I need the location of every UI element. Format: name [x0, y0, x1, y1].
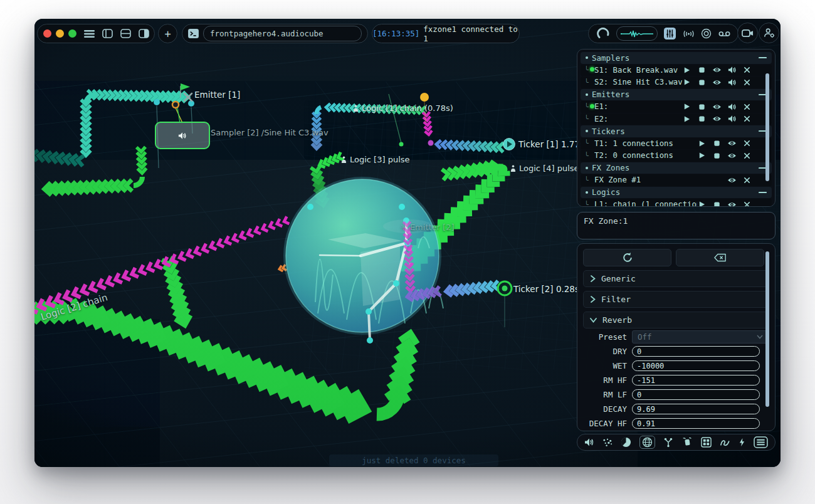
sliders-icon[interactable]: [664, 28, 676, 39]
logic-3-label[interactable]: Logic [3] pulse: [341, 155, 410, 164]
fx-section-filter[interactable]: Filter: [583, 291, 769, 308]
eye-icon[interactable]: [712, 103, 722, 110]
list-button-icon[interactable]: [754, 436, 768, 448]
logic-4-label[interactable]: Logic [4] pulse: [510, 164, 579, 173]
stop-icon[interactable]: [697, 66, 707, 73]
preset-select[interactable]: Off: [632, 330, 769, 344]
device-row[interactable]: ╰L1: chain (1 connections): [581, 199, 772, 207]
add-button[interactable]: +: [158, 24, 177, 43]
section-header-samplers[interactable]: Samplers: [581, 52, 772, 64]
close-icon[interactable]: [742, 79, 752, 86]
squiggle-icon[interactable]: [720, 438, 730, 447]
collapse-section-button[interactable]: [759, 191, 767, 194]
speaker-icon[interactable]: [727, 78, 737, 87]
contrast-icon[interactable]: [621, 437, 631, 448]
stop-icon[interactable]: [697, 79, 707, 86]
layout-left-icon[interactable]: [102, 29, 113, 38]
speaker-icon[interactable]: [727, 115, 737, 123]
sampler-speaker-box[interactable]: [155, 122, 210, 149]
play-icon[interactable]: [697, 152, 707, 159]
field-input-rm-hf[interactable]: [632, 375, 760, 386]
field-input-dry[interactable]: [632, 346, 760, 357]
device-row[interactable]: ╰T1: 1 connections: [581, 138, 772, 150]
field-input-decay-hf[interactable]: [632, 418, 760, 429]
play-icon[interactable]: [682, 66, 691, 74]
close-icon[interactable]: [742, 140, 752, 147]
section-header-logics[interactable]: Logics: [581, 187, 772, 199]
refresh-button[interactable]: [583, 249, 671, 266]
user-settings-button[interactable]: [759, 23, 779, 43]
hamburger-menu-icon[interactable]: [84, 29, 95, 38]
close-window-button[interactable]: [43, 29, 51, 38]
play-icon[interactable]: [682, 115, 691, 123]
field-input-decay[interactable]: [632, 404, 760, 414]
fx-panel-scrollbar[interactable]: [765, 251, 769, 407]
eye-icon[interactable]: [712, 79, 722, 86]
sampler-2-label[interactable]: Sampler [2] /Sine Hit C3.wav: [211, 128, 329, 137]
node-tree-icon[interactable]: [663, 437, 673, 448]
particles-icon[interactable]: [602, 438, 613, 447]
close-icon[interactable]: [742, 152, 752, 159]
ticker-1-label[interactable]: Ticker [1] 1.77s: [518, 139, 584, 149]
minimize-window-button[interactable]: [56, 29, 64, 38]
logic-1-label[interactable]: Logic [1] chain (0.78s): [353, 103, 453, 113]
stop-icon[interactable]: [712, 152, 722, 159]
eye-icon[interactable]: [712, 115, 722, 122]
device-row[interactable]: ╰S2: Sine Hit C3.wav: [581, 76, 772, 88]
close-icon[interactable]: [742, 103, 752, 110]
filename-field[interactable]: frontpagehero4.audiocube: [203, 26, 362, 41]
haptic-icon[interactable]: [681, 437, 693, 448]
field-input-rm-lf[interactable]: [632, 389, 760, 400]
device-row[interactable]: ╰E1:: [581, 101, 772, 113]
speaker-icon[interactable]: [727, 103, 737, 111]
close-icon[interactable]: [742, 177, 752, 184]
broadcast-icon[interactable]: [683, 30, 695, 38]
grid-apps-icon[interactable]: [701, 437, 712, 448]
speaker-icon[interactable]: [584, 438, 594, 447]
speaker-icon[interactable]: [727, 66, 737, 74]
stop-icon[interactable]: [697, 115, 707, 122]
close-icon[interactable]: [742, 115, 752, 122]
play-icon[interactable]: [682, 103, 691, 110]
voicemail-icon[interactable]: [718, 30, 730, 38]
eye-icon[interactable]: [727, 140, 737, 147]
target-icon[interactable]: [701, 28, 712, 39]
section-header-tickers[interactable]: Tickers: [581, 125, 772, 137]
stop-icon[interactable]: [697, 103, 707, 110]
fx-section-reverb[interactable]: Reverb: [583, 312, 769, 328]
stop-icon[interactable]: [712, 201, 722, 207]
fx-section-generic[interactable]: Generic: [583, 270, 769, 287]
eye-icon[interactable]: [712, 66, 722, 73]
play-icon[interactable]: [697, 201, 707, 207]
emitter-1-label[interactable]: Emitter [1]: [194, 90, 240, 100]
eye-icon[interactable]: [727, 177, 737, 184]
eye-icon[interactable]: [727, 152, 737, 159]
eye-icon[interactable]: [727, 201, 737, 207]
close-icon[interactable]: [742, 201, 752, 207]
zoom-window-button[interactable]: [68, 29, 76, 38]
device-row[interactable]: ╰S1: Back Break.wav: [581, 65, 772, 76]
ticker-2-label[interactable]: Ticker [2] 0.28s: [513, 284, 579, 294]
device-row[interactable]: ╰T2: 0 connections: [581, 150, 772, 162]
emitter-2-label[interactable]: ✳Emitter [2]: [400, 223, 454, 232]
stop-icon[interactable]: [712, 140, 722, 147]
layout-right-icon[interactable]: [139, 29, 149, 38]
device-row[interactable]: ╰E2:: [581, 113, 772, 125]
play-icon[interactable]: [697, 140, 707, 147]
section-header-fx-zones[interactable]: FX Zones: [581, 162, 772, 174]
bolt-icon[interactable]: [739, 438, 745, 447]
device-row[interactable]: ╰FX Zone #1: [581, 174, 772, 186]
section-header-emitters[interactable]: Emitters: [581, 89, 772, 101]
knob-icon[interactable]: [596, 28, 609, 40]
collapse-section-button[interactable]: [759, 56, 767, 59]
clear-button[interactable]: [676, 249, 764, 266]
camera-button[interactable]: [737, 23, 758, 43]
close-icon[interactable]: [742, 66, 752, 73]
terminal-icon[interactable]: [188, 29, 199, 38]
waveform-display[interactable]: [616, 26, 658, 41]
play-icon[interactable]: [682, 78, 691, 86]
field-input-wet[interactable]: [632, 360, 760, 371]
device-list-scrollbar[interactable]: [765, 73, 769, 181]
layout-bottom-icon[interactable]: [120, 29, 131, 38]
globe-icon[interactable]: [639, 436, 655, 449]
